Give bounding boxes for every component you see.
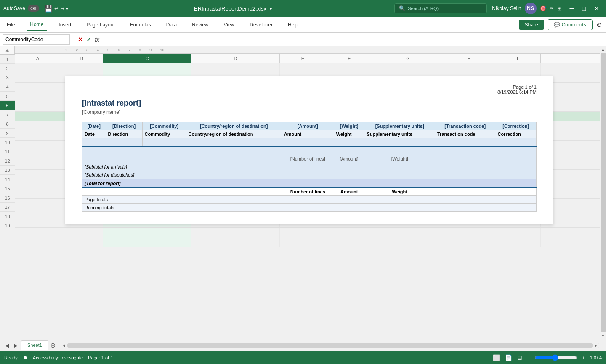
cell-a3[interactable] [15, 83, 61, 92]
cell-a12[interactable] [15, 170, 61, 179]
cell-a10[interactable] [15, 150, 61, 160]
cell-i19[interactable] [494, 237, 541, 247]
row-5[interactable]: 5 [0, 92, 15, 101]
zoom-in-button[interactable]: + [582, 355, 585, 360]
close-button[interactable]: ✕ [591, 4, 603, 13]
autosave-toggle[interactable]: Off [28, 5, 39, 12]
cell-a11[interactable] [15, 160, 61, 169]
cell-a13[interactable] [15, 179, 61, 189]
cell-c1[interactable] [103, 63, 191, 73]
grid-icon[interactable]: ⊞ [557, 5, 561, 11]
cell-h1[interactable] [444, 63, 494, 73]
row-17[interactable]: 17 [0, 203, 15, 212]
comments-button[interactable]: 💬 Comments [548, 19, 593, 30]
cell-e1[interactable] [280, 63, 326, 73]
cell-a15[interactable] [15, 199, 61, 208]
scroll-left-button[interactable]: ◀ [61, 343, 66, 348]
data-weight[interactable] [334, 138, 364, 147]
data-transaction[interactable] [435, 138, 495, 147]
tab-view[interactable]: View [221, 19, 238, 30]
data-direction[interactable] [106, 138, 142, 147]
data-country[interactable] [186, 138, 282, 147]
sheet-scroll-left-btn[interactable]: ◀ [3, 342, 11, 349]
row-19[interactable]: 19 [0, 221, 15, 230]
cell-d1[interactable] [191, 63, 280, 73]
filename-dropdown[interactable]: ▾ [270, 7, 272, 11]
vertical-scrollbar[interactable]: ▲ ▼ [600, 46, 606, 339]
page-layout-view-button[interactable]: 📄 [505, 354, 512, 361]
accept-formula-icon[interactable]: ✓ [86, 36, 91, 43]
tab-home[interactable]: Home [27, 19, 47, 31]
data-date[interactable] [82, 138, 106, 147]
data-correction[interactable] [495, 138, 537, 147]
cell-a16[interactable] [15, 208, 61, 218]
cell-g18[interactable] [372, 228, 444, 237]
tab-insert[interactable]: Insert [55, 19, 74, 30]
sheet-tab-sheet1[interactable]: Sheet1 [21, 340, 48, 350]
cell-b1[interactable] [61, 63, 103, 73]
row-16[interactable]: 16 [0, 193, 15, 203]
formula-input[interactable] [101, 37, 603, 42]
cell-i1[interactable] [494, 63, 541, 73]
tab-help[interactable]: Help [284, 19, 302, 30]
cell-e18[interactable] [280, 228, 326, 237]
fx-label[interactable]: fx [95, 36, 99, 43]
user-avatar[interactable]: NS [525, 3, 537, 14]
col-header-c[interactable]: C [103, 54, 191, 63]
row-3[interactable]: 3 [0, 73, 15, 82]
tab-file[interactable]: File [3, 19, 18, 30]
row-8[interactable]: 8 [0, 119, 15, 129]
redo-icon[interactable]: ↪ [60, 5, 64, 11]
col-header-g[interactable]: G [372, 54, 444, 63]
col-header-h[interactable]: H [444, 54, 494, 63]
cell-g19[interactable] [372, 237, 444, 247]
cell-a17[interactable] [15, 218, 61, 227]
share-button[interactable]: Share [519, 20, 544, 30]
scroll-thumb-vertical[interactable] [601, 53, 606, 332]
cell-c19[interactable] [103, 237, 191, 247]
accessibility-label[interactable]: Accessibility: Investigate [33, 355, 83, 360]
zoom-slider[interactable] [535, 354, 577, 361]
row-4[interactable]: 4 [0, 82, 15, 92]
col-header-a[interactable]: A [15, 54, 61, 63]
cell-c18[interactable] [103, 228, 191, 237]
cancel-formula-icon[interactable]: ✕ [78, 36, 83, 43]
cell-a2[interactable] [15, 73, 61, 82]
cell-a9[interactable] [15, 141, 61, 150]
cell-a7[interactable] [15, 121, 61, 131]
col-header-i[interactable]: I [494, 54, 541, 63]
row-12[interactable]: 12 [0, 156, 15, 166]
row-13[interactable]: 13 [0, 166, 15, 175]
add-sheet-button[interactable]: ⊕ [50, 341, 56, 349]
cell-b19[interactable] [61, 237, 103, 247]
cell-a19[interactable] [15, 237, 61, 247]
undo-icon[interactable]: ↩ [54, 5, 58, 11]
data-commodity[interactable] [142, 138, 186, 147]
cell-a1[interactable] [15, 63, 61, 73]
row-2[interactable]: 2 [0, 64, 15, 73]
cell-a14[interactable] [15, 189, 61, 198]
cell-b18[interactable] [61, 228, 103, 237]
data-amount[interactable] [282, 138, 334, 147]
pen-icon[interactable]: ✏ [550, 5, 554, 11]
row-1[interactable]: 1 [0, 55, 15, 64]
col-header-d[interactable]: D [191, 54, 280, 63]
cell-f19[interactable] [326, 237, 372, 247]
tab-formulas[interactable]: Formulas [127, 19, 154, 30]
scroll-thumb-horizontal[interactable] [67, 343, 593, 348]
normal-view-button[interactable]: ⬜ [493, 354, 500, 361]
horizontal-scrollbar[interactable]: ◀ ▶ [61, 343, 599, 348]
cell-a4[interactable] [15, 92, 61, 102]
tab-developer[interactable]: Developer [246, 19, 276, 30]
cell-a8[interactable] [15, 131, 61, 140]
page-break-view-button[interactable]: ⊟ [517, 354, 522, 361]
cell-a18[interactable] [15, 228, 61, 237]
cell-i18[interactable] [494, 228, 541, 237]
grid-container[interactable]: 1 2 3 4 5 6 7 8 9 10 A B C D E F G H I [15, 46, 600, 339]
sheet-scroll-right-btn[interactable]: ▶ [12, 342, 19, 349]
name-box[interactable] [3, 34, 70, 45]
cell-h18[interactable] [444, 228, 494, 237]
row-6[interactable]: 6 [0, 101, 15, 110]
cell-f1[interactable] [326, 63, 372, 73]
maximize-button[interactable]: □ [579, 4, 589, 13]
